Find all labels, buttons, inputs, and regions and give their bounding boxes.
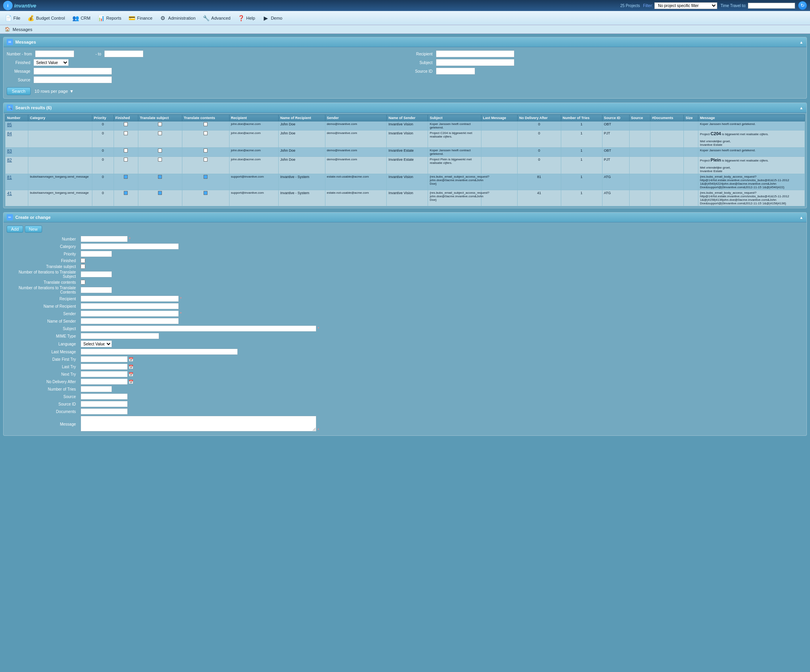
name-of-sender-create-input[interactable]	[81, 318, 179, 324]
last-try-cal-icon[interactable]: 📅	[129, 365, 133, 369]
cell-recipient: support@invantive.com	[229, 174, 279, 190]
time-travel: Time Travel to:	[720, 3, 795, 9]
last-message-create-input[interactable]	[81, 349, 238, 355]
menu-item-advanced[interactable]: 🔧 Advanced	[200, 13, 234, 23]
home-icon: 🏠	[5, 27, 10, 32]
date-first-try-cal-icon[interactable]: 📅	[129, 357, 133, 362]
menu-item-demo[interactable]: ▶ Demo	[259, 13, 285, 23]
cell-source	[629, 121, 650, 130]
cell-number[interactable]: 84	[6, 130, 28, 148]
name-of-sender-create-label: Name of Sender	[7, 319, 77, 323]
refresh-button[interactable]: ↻	[798, 1, 807, 10]
menu-item-administration[interactable]: ⚙ Administration	[156, 13, 199, 23]
priority-create-input[interactable]	[81, 251, 112, 257]
cell-source	[629, 174, 650, 190]
next-try-input[interactable]	[81, 371, 128, 377]
cell-translate-contents	[182, 148, 229, 157]
menu-item-crm[interactable]: 👥 CRM	[69, 13, 94, 23]
menu-item-budget-control[interactable]: 💰 Budget Control	[24, 13, 68, 23]
next-try-cal-icon[interactable]: 📅	[129, 372, 133, 376]
cell-num-tries: 1	[561, 148, 602, 157]
col-subject: Subject	[428, 115, 481, 121]
name-of-recipient-create-input[interactable]	[81, 303, 179, 309]
cell-number[interactable]: 41	[6, 190, 28, 206]
cell-name-sender: Invantive Vision	[387, 130, 428, 148]
cell-source	[629, 157, 650, 174]
rows-per-page-arrow[interactable]: ▼	[70, 89, 74, 94]
number-from-input[interactable]	[35, 50, 74, 57]
subject-search-input[interactable]	[436, 59, 514, 66]
search-panel-header: ✉ Messages ▲	[4, 37, 806, 47]
filter-select[interactable]: No project specific filter	[654, 2, 717, 9]
cell-translate-contents	[182, 174, 229, 190]
category-create-label: Category	[7, 244, 77, 249]
sender-create-input[interactable]	[81, 310, 179, 317]
source-id-input[interactable]	[436, 68, 475, 75]
search-panel-collapse[interactable]: ▲	[799, 40, 803, 44]
subject-create-input[interactable]	[81, 325, 316, 332]
cell-source-id: PJT	[602, 157, 629, 174]
source-id-create-input[interactable]	[81, 401, 128, 407]
cell-no-delivery: 0	[517, 130, 561, 148]
results-panel: 🔍 Search results (6) ▲ Number Category P…	[3, 103, 807, 208]
date-first-try-input[interactable]	[81, 356, 128, 362]
documents-create-input[interactable]	[81, 408, 128, 415]
finished-select[interactable]: Select Value	[33, 59, 69, 66]
cell-name-recipient: Invantive - System	[279, 190, 325, 206]
iterations-translate-subject-input[interactable]	[81, 271, 112, 277]
time-travel-input[interactable]	[748, 3, 795, 9]
cell-last-message	[481, 130, 517, 148]
results-panel-collapse[interactable]: ▲	[799, 106, 803, 110]
cell-no-delivery: 0	[517, 148, 561, 157]
search-button[interactable]: Search	[7, 87, 31, 95]
cell-documents	[650, 174, 684, 190]
cell-source	[629, 130, 650, 148]
cell-documents	[650, 157, 684, 174]
mime-type-create-input[interactable]	[81, 333, 159, 339]
results-panel-title: Search results (6)	[15, 105, 51, 110]
category-create-input[interactable]	[81, 243, 179, 250]
source-create-input[interactable]	[81, 393, 128, 400]
menu-item-file[interactable]: 📄 File	[2, 13, 24, 23]
col-translate-contents: Translate contents	[182, 115, 229, 121]
number-to-input[interactable]	[104, 50, 143, 57]
menu-label-file: File	[13, 16, 20, 20]
col-size: Size	[684, 115, 698, 121]
cell-number[interactable]: 81	[6, 174, 28, 190]
create-panel-collapse[interactable]: ▲	[799, 215, 803, 220]
language-create-select[interactable]: Select Value	[81, 340, 112, 347]
cell-sender: demo@invantive.com	[325, 121, 387, 130]
cell-name-sender: Invantive Vision	[387, 190, 428, 206]
menu-item-help[interactable]: ❓ Help	[235, 13, 259, 23]
cell-name-recipient: Invantive - System	[279, 174, 325, 190]
cell-number[interactable]: 83	[6, 148, 28, 157]
recipient-input[interactable]	[436, 50, 514, 57]
message-search-input[interactable]	[33, 68, 112, 75]
no-delivery-after-label: No Delivery After	[7, 380, 77, 384]
finished-create-checkbox[interactable]	[81, 258, 85, 263]
new-button[interactable]: New	[25, 226, 42, 233]
col-source-id: Source ID	[602, 115, 629, 121]
no-delivery-after-input[interactable]	[81, 378, 128, 385]
message-create-textarea[interactable]	[81, 416, 316, 431]
menu-item-finance[interactable]: 💳 Finance	[125, 13, 156, 23]
translate-contents-create-checkbox[interactable]	[81, 280, 85, 285]
col-priority: Priority	[92, 115, 114, 121]
number-of-tries-input[interactable]	[81, 386, 112, 392]
last-try-input[interactable]	[81, 364, 128, 370]
cell-number[interactable]: 85	[6, 121, 28, 130]
source-row: Source	[7, 76, 401, 83]
number-create-input[interactable]	[81, 236, 128, 242]
cell-priority: 0	[92, 190, 114, 206]
menu-item-reports[interactable]: 📊 Reports	[94, 13, 125, 23]
col-name-sender: Name of Sender	[387, 115, 428, 121]
add-button[interactable]: Add	[7, 226, 23, 233]
number-create-label: Number	[7, 237, 77, 241]
source-input[interactable]	[33, 76, 112, 83]
iterations-translate-contents-input[interactable]	[81, 287, 112, 293]
no-delivery-after-cal-icon[interactable]: 📅	[129, 380, 133, 384]
recipient-create-input[interactable]	[81, 296, 179, 302]
cell-number[interactable]: 82	[6, 157, 28, 174]
table-row: 41 bubs#aanvragen_toegang.send_message 0…	[6, 190, 805, 206]
translate-subject-create-checkbox[interactable]	[81, 264, 85, 269]
